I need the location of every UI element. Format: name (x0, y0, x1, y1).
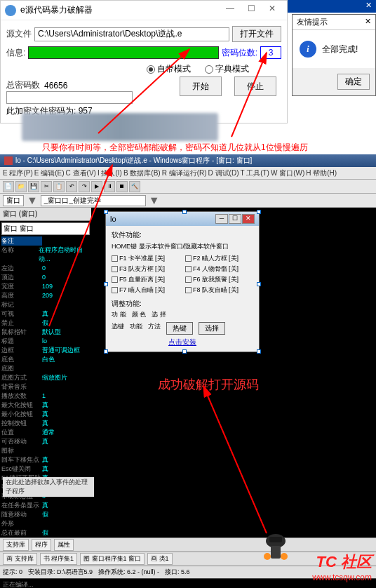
config-checkbox-item[interactable]: F7 瞄人自瞄[关] (112, 286, 180, 295)
bottom-tab[interactable]: 属性 (54, 539, 74, 551)
stop-button[interactable]: 停止 (234, 76, 276, 96)
tip-close[interactable]: ✕ (365, 17, 371, 27)
tool-icon[interactable]: 💾 (28, 181, 39, 192)
minimize-button[interactable]: — (220, 4, 241, 18)
prop-row[interactable]: 名称在程序启动时自动... (0, 246, 91, 264)
prop-row[interactable]: 背景音乐 (0, 382, 91, 392)
tool-icon[interactable]: 📄 (3, 181, 14, 192)
doc-tab[interactable]: 图 窗口程序集1 窗口 (80, 553, 145, 565)
config-checkbox-item[interactable]: F2 瞄人方框[关] (185, 254, 253, 263)
menu-item[interactable]: E 编辑(E) (34, 168, 65, 178)
tool-icon[interactable]: ↷ (79, 181, 90, 192)
prop-row[interactable]: 外形 (0, 519, 91, 528)
status-segment: 操作系统: 6.2 - (null) - (98, 568, 159, 577)
prop-row[interactable]: 可视真 (0, 309, 91, 319)
menu-item[interactable]: B 数据库(B) (123, 168, 161, 178)
config-close[interactable]: ✕ (242, 214, 255, 224)
config-checkbox-item[interactable]: F1 卡半准星[关] (112, 254, 180, 263)
ide-titlebar: lo - C:\Users\Administrator\Desktop\逆战.e… (0, 154, 376, 167)
config-checkbox-item[interactable]: F4 人物骨骼[关] (185, 265, 253, 274)
prop-row[interactable]: 标记 (0, 300, 91, 309)
ide-menubar[interactable]: E 程序(P)E 编辑(E)C 查看(V)I 插入(I)B 数据库(B)R 编译… (0, 167, 376, 180)
open-file-button[interactable]: 打开文件 (232, 26, 281, 42)
prop-combo[interactable]: 窗口 窗口 (1, 222, 90, 235)
prop-row[interactable]: 图标 (0, 446, 91, 455)
prop-row[interactable]: 边框普通可调边框 (0, 346, 91, 355)
background-close[interactable]: ✕ (363, 0, 375, 11)
total-input[interactable] (6, 91, 133, 104)
prop-row[interactable]: 底图方式缩放图片 (0, 373, 91, 382)
tool-icon[interactable]: ⏹ (116, 181, 128, 192)
prop-row[interactable]: 底色白色 (0, 355, 91, 364)
prop-row[interactable]: 顶边0 (0, 273, 91, 282)
maximize-button[interactable]: ☐ (241, 4, 262, 18)
prop-row[interactable]: 控制按钮真 (0, 419, 91, 428)
config-min[interactable]: ─ (215, 214, 228, 224)
bottom-tab[interactable]: 程序 (32, 539, 51, 551)
config-checkbox-item[interactable]: F6 敌我预警[关] (185, 275, 253, 284)
combo-window[interactable]: 窗口 (3, 195, 24, 206)
tool-icon[interactable]: 📋 (53, 181, 65, 192)
menu-item[interactable]: D 调试(D) (208, 168, 239, 178)
menu-item[interactable]: E 程序(P) (3, 168, 33, 178)
menu-item[interactable]: W 窗口(W) (271, 168, 304, 178)
prop-row[interactable]: 在任务条显示真 (0, 501, 91, 510)
ide-bottom-tabs: 支持库程序属性 (0, 537, 376, 552)
prop-row[interactable]: 标题lo (0, 337, 91, 346)
menu-item[interactable]: H 帮助(H) (306, 168, 337, 178)
prop-row[interactable]: 最小化按钮真 (0, 410, 91, 419)
start-button[interactable]: 开始 (180, 76, 222, 96)
tool-icon[interactable]: ▶ (91, 181, 102, 192)
prop-row[interactable]: 底图 (0, 364, 91, 373)
prop-row[interactable]: 鼠标指针默认型 (0, 328, 91, 337)
prop-row[interactable]: 高度209 (0, 291, 91, 300)
canvas-area[interactable]: lo ─ ☐ ✕ 软件功能: HOME键 显示本软件窗口/隐藏本软件窗口 F1 … (91, 208, 376, 537)
prop-row[interactable]: 播放次数1 (0, 392, 91, 401)
prop-row[interactable]: 可否移动真 (0, 437, 91, 446)
config-checkbox-item[interactable]: F5 血量距离[关] (112, 275, 180, 284)
config-checkbox-item[interactable]: F8 队友自瞄[关] (185, 286, 253, 295)
close-button[interactable]: ✕ (262, 4, 283, 18)
config-section1: 软件功能: (112, 230, 253, 240)
config-checkbox-item[interactable]: F3 队友方框[关] (112, 265, 180, 274)
menu-item[interactable]: T 工具(T) (240, 168, 269, 178)
prop-row[interactable]: 位置通常 (0, 428, 91, 437)
mode-self-radio[interactable]: 自带模式 (147, 63, 191, 75)
prop-row[interactable]: 随意移动假 (0, 510, 91, 519)
prop-row[interactable]: 最大化按钮真 (0, 401, 91, 410)
prop-row[interactable]: 禁止假 (0, 319, 91, 328)
mode-dict-radio[interactable]: 字典模式 (205, 63, 249, 75)
config-install-link[interactable]: 点击安装 (112, 338, 253, 347)
cracker-hint: 只要你有时间等，全部密码都能破解，密码不知道几位就从1位慢慢遍历 (42, 142, 308, 154)
config-titlebar: lo ─ ☐ ✕ (106, 212, 259, 226)
prop-row[interactable]: 宽度109 (0, 282, 91, 291)
menu-item[interactable]: I 插入(I) (98, 168, 122, 178)
tool-icon[interactable]: 🔨 (129, 181, 140, 192)
tool-icon[interactable]: ⏸ (104, 181, 115, 192)
cracker-window: e源代码暴力破解器 — ☐ ✕ 源文件 打开文件 信息: 密码位数: 自带模式 … (0, 0, 288, 123)
tool-icon[interactable]: ↶ (66, 181, 77, 192)
menu-item[interactable]: C 查看(V) (66, 168, 96, 178)
doc-tab[interactable]: 画 支持库 (3, 553, 37, 565)
prop-row[interactable]: 备注 (0, 236, 91, 246)
combo-event[interactable]: _窗口口_创建完毕 (41, 195, 146, 206)
bottom-tab[interactable]: 支持库 (3, 539, 29, 551)
doc-tab[interactable]: 画 类1 (147, 553, 173, 565)
config-max[interactable]: ☐ (229, 214, 241, 224)
tip-dialog: 友情提示 ✕ i 全部完成! 确定 (292, 14, 376, 96)
menu-item[interactable]: R 编译运行(R) (162, 168, 207, 178)
ide-toolbar[interactable]: 📄 📁 💾 ✂ 📋 ↶ ↷ ▶ ⏸ ⏹ 🔨 (0, 180, 376, 194)
prop-row[interactable]: Esc键关闭真 (0, 465, 91, 474)
doc-tab[interactable]: 书 程序集1 (40, 553, 78, 565)
prop-row[interactable]: 回车下移焦点真 (0, 455, 91, 465)
info-label: 信息: (6, 47, 25, 59)
prop-row[interactable]: 左边0 (0, 264, 91, 273)
tip-ok-button[interactable]: 确定 (337, 74, 370, 90)
tool-icon[interactable]: ✂ (41, 181, 52, 192)
pwd-digits-input[interactable] (260, 46, 281, 59)
tool-icon[interactable]: 📁 (15, 181, 27, 192)
select-button[interactable]: 选择 (199, 322, 225, 335)
hotkey-button[interactable]: 热键 (166, 322, 193, 335)
src-file-input[interactable] (34, 27, 229, 41)
prop-row[interactable]: 总在最前假 (0, 528, 91, 537)
